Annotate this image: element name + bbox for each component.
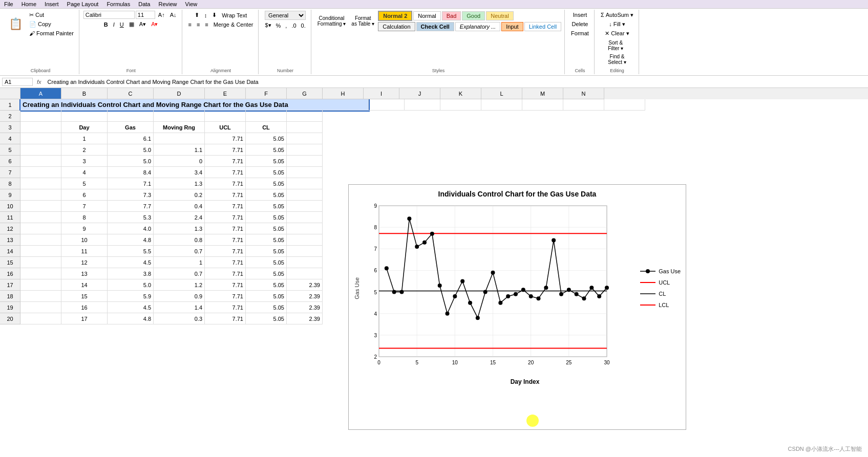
cell-F20[interactable]: 5.05	[246, 313, 287, 324]
cell-A2[interactable]	[20, 111, 61, 122]
cell-D7[interactable]: 3.4	[154, 167, 205, 178]
row-header-6[interactable]: 6	[0, 156, 20, 167]
cell-A10[interactable]	[20, 201, 61, 212]
cell-C20[interactable]: 4.8	[108, 313, 154, 324]
increase-decimal-button[interactable]: .0	[289, 21, 298, 30]
col-header-L[interactable]: L	[481, 88, 522, 99]
cell-A15[interactable]	[20, 257, 61, 268]
cell-G11[interactable]	[287, 212, 323, 223]
bold-button[interactable]: B	[102, 20, 110, 29]
style-linked-cell[interactable]: Linked Cell	[524, 22, 561, 31]
col-header-I[interactable]: I	[364, 88, 399, 99]
cell-F9[interactable]: 5.05	[246, 189, 287, 201]
row-header-17[interactable]: 17	[0, 279, 20, 291]
menu-pagelayout[interactable]: Page Layout	[67, 1, 99, 7]
merge-center-button[interactable]: Merge & Center	[211, 20, 256, 29]
cell-C8[interactable]: 7.1	[108, 178, 154, 189]
cell-C2[interactable]	[108, 111, 154, 122]
cell-F16[interactable]: 5.05	[246, 268, 287, 279]
cell-B6[interactable]: 3	[61, 156, 108, 167]
row-header-19[interactable]: 19	[0, 302, 20, 313]
cell-E4[interactable]: 7.71	[205, 133, 246, 144]
align-bottom-button[interactable]: ⬇	[210, 11, 219, 19]
cell-F17[interactable]: 5.05	[246, 279, 287, 291]
cell-F19[interactable]: 5.05	[246, 302, 287, 313]
cell-C5[interactable]: 5.0	[108, 144, 154, 156]
cell-C17[interactable]: 5.0	[108, 279, 154, 291]
cell-C14[interactable]: 5.5	[108, 246, 154, 257]
menu-data[interactable]: Data	[138, 1, 150, 7]
cell-C3[interactable]: Gas	[108, 122, 154, 133]
style-neutral[interactable]: Neutral	[486, 11, 513, 20]
col-header-A[interactable]: A	[20, 88, 61, 99]
cell-E12[interactable]: 7.71	[205, 223, 246, 234]
find-select-button[interactable]: Find &Select ▾	[606, 53, 628, 66]
cell-D8[interactable]: 1.3	[154, 178, 205, 189]
cell-F5[interactable]: 5.05	[246, 144, 287, 156]
paste-button[interactable]: 📋	[5, 16, 26, 32]
cell-G9[interactable]	[287, 189, 323, 201]
number-format-select[interactable]: General Number Currency Percentage	[265, 11, 306, 20]
cell-G5[interactable]	[287, 144, 323, 156]
row-header-11[interactable]: 11	[0, 212, 20, 223]
cell-L1[interactable]	[522, 99, 563, 111]
cell-B8[interactable]: 5	[61, 178, 108, 189]
cell-D6[interactable]: 0	[154, 156, 205, 167]
cell-B9[interactable]: 6	[61, 189, 108, 201]
row-header-20[interactable]: 20	[0, 313, 20, 324]
col-header-E[interactable]: E	[205, 88, 246, 99]
cell-D14[interactable]: 0.7	[154, 246, 205, 257]
align-center-button[interactable]: ≡	[195, 20, 202, 29]
row-header-10[interactable]: 10	[0, 201, 20, 212]
cell-F2[interactable]	[246, 111, 287, 122]
col-header-G[interactable]: G	[287, 88, 323, 99]
sort-filter-button[interactable]: Sort &Filter ▾	[606, 39, 628, 52]
cell-A12[interactable]	[20, 223, 61, 234]
cell-C15[interactable]: 4.5	[108, 257, 154, 268]
row-header-7[interactable]: 7	[0, 167, 20, 178]
cell-A17[interactable]	[20, 279, 61, 291]
cell-B20[interactable]: 17	[61, 313, 108, 324]
cut-button[interactable]: ✂ Cut	[27, 11, 76, 19]
italic-button[interactable]: I	[111, 20, 117, 29]
col-header-F[interactable]: F	[246, 88, 287, 99]
cell-F15[interactable]: 5.05	[246, 257, 287, 268]
font-name-input[interactable]	[83, 11, 135, 19]
cell-G13[interactable]	[287, 234, 323, 246]
cell-A8[interactable]	[20, 178, 61, 189]
cell-C10[interactable]: 7.7	[108, 201, 154, 212]
col-header-B[interactable]: B	[61, 88, 108, 99]
cell-C19[interactable]: 4.5	[108, 302, 154, 313]
cell-M1[interactable]	[563, 99, 604, 111]
col-header-N[interactable]: N	[563, 88, 604, 99]
menu-file[interactable]: File	[4, 1, 13, 7]
menu-formulas[interactable]: Formulas	[107, 1, 130, 7]
cell-D5[interactable]: 1.1	[154, 144, 205, 156]
cell-E18[interactable]: 7.71	[205, 291, 246, 302]
cell-G17[interactable]: 2.39	[287, 279, 323, 291]
col-header-K[interactable]: K	[440, 88, 481, 99]
format-as-table-button[interactable]: Formatas Table ▾	[349, 14, 376, 28]
col-header-J[interactable]: J	[399, 88, 440, 99]
cell-F12[interactable]: 5.05	[246, 223, 287, 234]
cell-C18[interactable]: 5.9	[108, 291, 154, 302]
cell-G7[interactable]	[287, 167, 323, 178]
cell-B16[interactable]: 13	[61, 268, 108, 279]
cell-E19[interactable]: 7.71	[205, 302, 246, 313]
cell-F6[interactable]: 5.05	[246, 156, 287, 167]
style-bad[interactable]: Bad	[442, 11, 461, 20]
cell-G15[interactable]	[287, 257, 323, 268]
cell-D2[interactable]	[154, 111, 205, 122]
cell-A9[interactable]	[20, 189, 61, 201]
cell-E8[interactable]: 7.71	[205, 178, 246, 189]
cell-B12[interactable]: 9	[61, 223, 108, 234]
row-header-12[interactable]: 12	[0, 223, 20, 234]
cell-A11[interactable]	[20, 212, 61, 223]
cell-B3[interactable]: Day	[61, 122, 108, 133]
cell-A13[interactable]	[20, 234, 61, 246]
cell-B14[interactable]: 11	[61, 246, 108, 257]
cell-K1[interactable]	[481, 99, 522, 111]
menu-review[interactable]: Review	[158, 1, 177, 7]
menu-view[interactable]: View	[185, 1, 198, 7]
style-normal[interactable]: Normal	[413, 11, 440, 20]
